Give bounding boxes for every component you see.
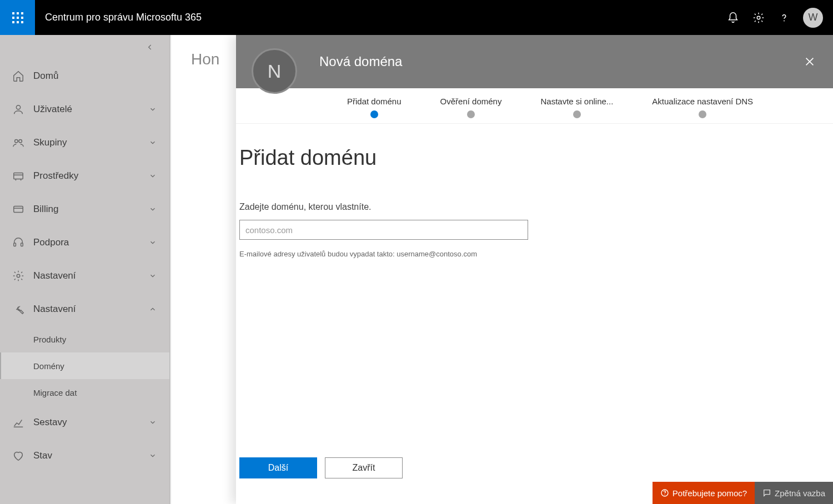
svg-rect-7	[17, 21, 19, 23]
svg-rect-3	[12, 17, 14, 19]
step-dot-icon	[370, 110, 378, 118]
wizard-stepper: Přidat doménu Ověření domény Nastavte si…	[236, 88, 833, 124]
domain-input[interactable]	[239, 220, 528, 240]
sidebar-item-label: Sestavy	[33, 417, 67, 428]
notifications-button[interactable]	[726, 11, 740, 24]
svg-point-10	[784, 20, 785, 21]
step-verify-domain[interactable]: Ověření domény	[440, 97, 502, 118]
bell-icon	[727, 12, 739, 24]
sidebar-item-label: Billing	[33, 204, 58, 215]
user-icon	[11, 102, 26, 117]
feedback-label: Zpětná vazba	[775, 488, 825, 498]
svg-point-20	[664, 495, 665, 495]
sidebar-collapse-button[interactable]	[0, 35, 169, 59]
sidebar-item-setup[interactable]: Nastavení	[0, 293, 169, 326]
svg-point-11	[16, 105, 20, 109]
close-icon	[804, 56, 816, 68]
chevron-down-icon	[147, 237, 158, 248]
gear-icon	[11, 269, 26, 283]
user-avatar[interactable]: W	[803, 8, 823, 28]
step-label: Nastavte si online...	[540, 97, 613, 106]
sidebar-sub-data-migration[interactable]: Migrace dat	[0, 379, 169, 406]
domain-form: Zadejte doménu, kterou vlastníte. E-mail…	[239, 202, 833, 258]
sidebar-item-label: Nastavení	[33, 270, 76, 281]
feedback-button[interactable]: Zpětná vazba	[755, 482, 833, 504]
waffle-icon	[11, 11, 24, 24]
svg-point-9	[757, 16, 760, 19]
chevron-up-icon	[147, 304, 158, 315]
next-button[interactable]: Další	[239, 457, 317, 478]
panel-avatar: N	[252, 48, 297, 94]
step-dot-icon	[573, 110, 581, 118]
sidebar-item-resources[interactable]: Prostředky	[0, 159, 169, 193]
card-icon	[11, 202, 26, 216]
close-button[interactable]: Zavřít	[325, 457, 403, 478]
sidebar-item-label: Stav	[33, 450, 52, 461]
svg-rect-8	[21, 21, 23, 23]
help-button[interactable]	[777, 11, 791, 24]
svg-rect-0	[12, 12, 14, 14]
sidebar-sub-products[interactable]: Produkty	[0, 326, 169, 352]
sidebar-item-label: Domů	[33, 70, 58, 82]
question-icon	[778, 12, 790, 24]
home-icon	[11, 69, 26, 83]
assist-bar: Potřebujete pomoc? Zpětná vazba	[653, 482, 833, 504]
group-icon	[11, 135, 26, 150]
domain-hint: E-mailové adresy uživatelů budou vypadat…	[239, 250, 833, 258]
help-circle-icon	[660, 488, 669, 497]
sidebar-item-settings[interactable]: Nastavení	[0, 259, 169, 293]
step-add-domain[interactable]: Přidat doménu	[347, 97, 402, 118]
svg-rect-15	[14, 206, 23, 213]
need-help-button[interactable]: Potřebujete pomoc?	[653, 482, 755, 504]
sidebar-item-support[interactable]: Podpora	[0, 226, 169, 259]
chevron-down-icon	[147, 104, 158, 115]
svg-rect-1	[17, 12, 19, 14]
close-panel-button[interactable]	[802, 54, 817, 69]
sidebar-item-label: Podpora	[33, 237, 69, 248]
app-launcher-button[interactable]	[0, 0, 35, 35]
sidebar-item-health[interactable]: Stav	[0, 439, 169, 472]
sidebar-item-home[interactable]: Domů	[0, 59, 169, 93]
chevron-down-icon	[147, 170, 158, 182]
sidebar-item-users[interactable]: Uživatelé	[0, 93, 169, 126]
app-title: Centrum pro správu Microsoftu 365	[45, 12, 726, 23]
sidebar-item-label: Uživatelé	[33, 104, 72, 115]
step-label: Aktualizace nastavení DNS	[652, 97, 753, 106]
step-dot-icon	[699, 110, 706, 118]
sidebar-sub-label: Migrace dat	[33, 388, 77, 397]
sidebar-sub-label: Domény	[33, 361, 64, 371]
svg-point-13	[19, 140, 22, 143]
sidebar-item-reports[interactable]: Sestavy	[0, 406, 169, 439]
svg-rect-14	[14, 173, 23, 179]
chevron-down-icon	[147, 137, 158, 148]
gear-icon	[752, 12, 765, 24]
sidebar-item-label: Skupiny	[33, 137, 67, 148]
svg-rect-2	[21, 12, 23, 14]
svg-point-18	[17, 274, 20, 278]
step-label: Přidat doménu	[347, 97, 402, 106]
sidebar: Domů Uživatelé Skupiny Prostředky	[0, 35, 170, 504]
chevron-down-icon	[147, 270, 158, 281]
panel-header: N Nová doména	[236, 35, 833, 88]
svg-rect-5	[21, 17, 23, 19]
chevron-left-icon	[146, 43, 154, 51]
sidebar-item-groups[interactable]: Skupiny	[0, 126, 169, 159]
wrench-icon	[11, 302, 26, 316]
step-set-online[interactable]: Nastavte si online...	[540, 97, 613, 118]
sidebar-item-billing[interactable]: Billing	[0, 193, 169, 226]
step-label: Ověření domény	[440, 97, 502, 106]
chevron-down-icon	[147, 417, 158, 428]
step-dot-icon	[467, 110, 475, 118]
sidebar-sub-label: Produkty	[33, 335, 66, 344]
settings-button[interactable]	[752, 11, 765, 24]
top-icons-group: W	[726, 8, 833, 28]
svg-rect-6	[12, 21, 14, 23]
panel-heading: Přidat doménu	[239, 146, 833, 170]
step-update-dns[interactable]: Aktualizace nastavení DNS	[652, 97, 753, 118]
svg-rect-16	[14, 243, 16, 246]
body: Domů Uživatelé Skupiny Prostředky	[0, 35, 833, 504]
sidebar-sub-domains[interactable]: Domény	[0, 352, 169, 379]
heart-icon	[11, 448, 26, 463]
top-bar: Centrum pro správu Microsoftu 365 W	[0, 0, 833, 35]
domain-field-label: Zadejte doménu, kterou vlastníte.	[239, 202, 833, 212]
